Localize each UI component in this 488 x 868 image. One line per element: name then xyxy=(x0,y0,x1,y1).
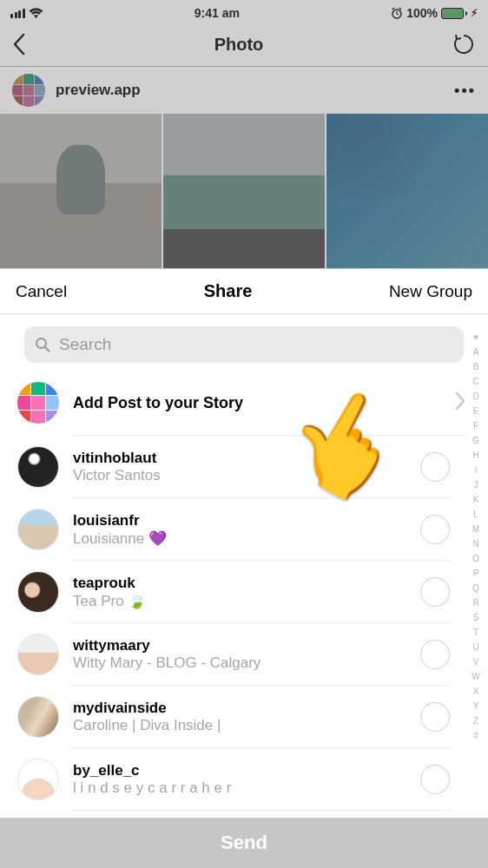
cancel-button[interactable]: Cancel xyxy=(16,282,67,301)
carousel-image xyxy=(326,114,488,268)
contact-username: vitinhoblaut xyxy=(73,450,406,467)
add-to-story-row[interactable]: Add Post to your Story xyxy=(0,370,488,436)
avatar xyxy=(17,759,59,800)
contact-fullname: Witty Mary - BLOG - Calgary xyxy=(73,654,406,672)
contact-fullname: Tea Pro 🍃 xyxy=(73,592,406,610)
battery-icon xyxy=(441,8,467,19)
contact-row[interactable]: mydivainsideCaroline | Diva Inside | xyxy=(0,686,488,748)
story-app-icon xyxy=(17,382,59,424)
search-input[interactable] xyxy=(59,335,453,354)
avatar xyxy=(17,634,59,675)
select-radio[interactable] xyxy=(420,765,450,794)
battery-percent: 100% xyxy=(406,6,438,20)
alarm-icon xyxy=(391,7,403,19)
select-radio[interactable] xyxy=(420,515,450,544)
post-carousel[interactable] xyxy=(0,114,488,268)
avatar xyxy=(17,571,59,613)
contact-fullname: Caroline | Diva Inside | xyxy=(73,717,406,734)
status-bar: 9:41 am 100% ⚡︎ xyxy=(0,0,488,23)
search-icon xyxy=(35,337,50,352)
share-sheet: Cancel Share New Group ★ABCDEFGHIJKLMNOP… xyxy=(0,269,488,868)
contact-row[interactable]: wittymaaryWitty Mary - BLOG - Calgary xyxy=(0,623,488,686)
contact-row[interactable]: teaproukTea Pro 🍃 xyxy=(0,561,488,623)
contact-row[interactable]: vitinhoblautVictor Santos xyxy=(0,436,488,498)
contact-username: louisianfr xyxy=(73,512,406,529)
charging-icon: ⚡︎ xyxy=(471,7,478,19)
carousel-image xyxy=(163,114,325,268)
chevron-right-icon xyxy=(455,391,465,414)
select-radio[interactable] xyxy=(420,452,450,482)
avatar xyxy=(17,509,59,550)
more-options-button[interactable]: ••• xyxy=(454,82,476,100)
carousel-image xyxy=(0,114,162,268)
search-box[interactable] xyxy=(24,326,464,363)
contact-fullname: l i n d s e y c a r r a h e r xyxy=(73,779,406,797)
nav-bar: Photo xyxy=(0,23,488,66)
cellular-signal-icon xyxy=(10,9,25,18)
avatar xyxy=(17,446,59,488)
author-username[interactable]: preview.app xyxy=(56,82,141,99)
status-time: 9:41 am xyxy=(195,6,240,20)
contact-fullname: Victor Santos xyxy=(73,467,406,484)
select-radio[interactable] xyxy=(420,702,450,732)
svg-point-0 xyxy=(392,10,401,18)
contact-username: teaprouk xyxy=(73,575,406,592)
contact-fullname: Louisianne 💜 xyxy=(73,529,406,548)
contact-row[interactable]: louisianfrLouisianne 💜 xyxy=(0,498,488,561)
author-avatar[interactable] xyxy=(12,74,45,107)
add-to-story-label: Add Post to your Story xyxy=(73,394,243,412)
contact-username: by_elle_c xyxy=(73,762,406,779)
undo-button[interactable] xyxy=(452,32,476,56)
send-button[interactable]: Send xyxy=(0,818,488,868)
contact-row[interactable]: by_elle_cl i n d s e y c a r r a h e r xyxy=(0,748,488,811)
page-title: Photo xyxy=(214,35,264,55)
contact-username: mydivainside xyxy=(73,700,406,717)
select-radio[interactable] xyxy=(420,640,450,669)
alpha-index-letter[interactable]: ★ xyxy=(472,330,479,345)
sheet-title: Share xyxy=(204,281,253,301)
alpha-index-letter[interactable]: A xyxy=(473,345,479,359)
new-group-button[interactable]: New Group xyxy=(389,282,472,301)
send-label: Send xyxy=(221,832,267,854)
post-header: preview.app ••• xyxy=(0,66,488,114)
back-button[interactable] xyxy=(12,33,26,56)
select-radio[interactable] xyxy=(420,577,450,607)
contact-username: wittymaary xyxy=(73,637,406,654)
wifi-icon xyxy=(29,8,43,19)
avatar xyxy=(17,696,59,738)
